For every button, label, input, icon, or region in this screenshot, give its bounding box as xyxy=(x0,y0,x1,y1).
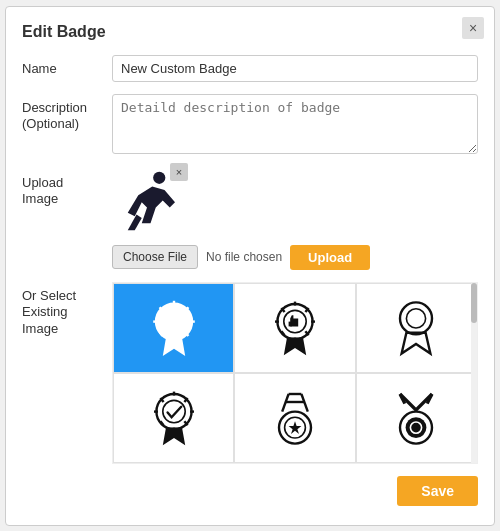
svg-point-23 xyxy=(400,302,432,334)
remove-image-button[interactable]: × xyxy=(170,163,188,181)
dialog-title: Edit Badge xyxy=(22,23,478,41)
svg-point-24 xyxy=(407,308,426,327)
upload-row: Upload Image × Choose File xyxy=(22,169,478,270)
name-label: Name xyxy=(22,55,112,78)
edit-badge-dialog: Edit Badge × Name Description (Optional)… xyxy=(5,6,495,526)
save-row: Save xyxy=(22,476,478,506)
description-textarea[interactable] xyxy=(112,94,478,154)
svg-point-0 xyxy=(153,171,165,183)
images-grid xyxy=(113,283,477,463)
existing-images-row: Or Select Existing Image xyxy=(22,282,478,464)
badge-image-3[interactable] xyxy=(356,283,477,373)
scrollbar-track[interactable] xyxy=(471,283,477,463)
scrollbar-thumb[interactable] xyxy=(471,283,477,323)
svg-rect-22 xyxy=(289,321,292,326)
upload-button[interactable]: Upload xyxy=(290,245,370,270)
existing-label: Or Select Existing Image xyxy=(22,282,112,339)
name-input[interactable] xyxy=(112,55,478,82)
name-row: Name xyxy=(22,55,478,82)
images-grid-container xyxy=(112,282,478,464)
choose-file-button[interactable]: Choose File xyxy=(112,245,198,269)
save-button[interactable]: Save xyxy=(397,476,478,506)
image-preview-wrapper: × xyxy=(112,169,182,239)
upload-label: Upload Image xyxy=(22,169,112,209)
file-row: Choose File No file chosen Upload xyxy=(112,245,370,270)
badge-image-2[interactable] xyxy=(234,283,355,373)
svg-marker-41 xyxy=(289,421,302,434)
badge-image-4[interactable] xyxy=(113,373,234,463)
badge-image-5[interactable] xyxy=(234,373,355,463)
badge-image-1[interactable] xyxy=(113,283,234,373)
svg-point-3 xyxy=(167,315,180,328)
svg-point-43 xyxy=(406,417,427,438)
upload-area: × Choose File No file chosen Upload xyxy=(112,169,478,270)
close-button[interactable]: × xyxy=(462,17,484,39)
description-row: Description (Optional) xyxy=(22,94,478,157)
svg-point-26 xyxy=(162,400,184,422)
no-file-text: No file chosen xyxy=(206,250,282,264)
description-label: Description (Optional) xyxy=(22,94,112,134)
name-field-wrapper xyxy=(112,55,478,82)
images-grid-wrapper[interactable] xyxy=(112,282,478,464)
badge-image-6[interactable] xyxy=(356,373,477,463)
description-field-wrapper xyxy=(112,94,478,157)
